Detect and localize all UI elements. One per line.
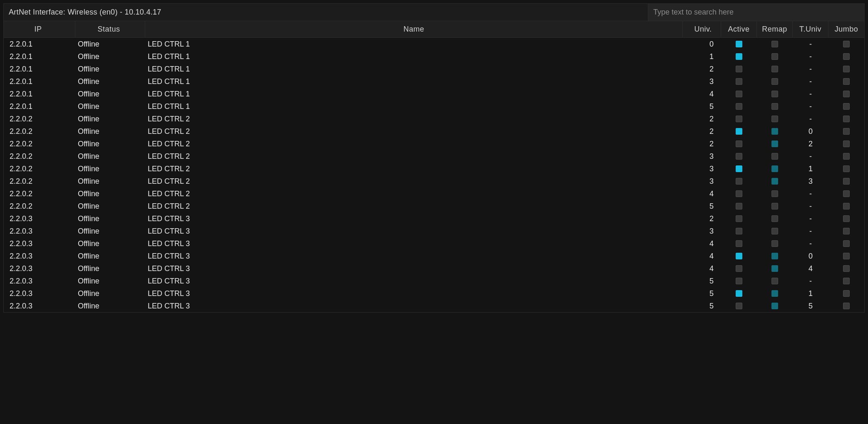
active-checkbox[interactable] — [736, 253, 742, 259]
jumbo-checkbox[interactable] — [843, 141, 850, 147]
remap-checkbox[interactable] — [771, 78, 778, 85]
jumbo-checkbox[interactable] — [843, 153, 850, 160]
remap-checkbox[interactable] — [771, 103, 778, 110]
remap-checkbox[interactable] — [771, 153, 778, 160]
jumbo-checkbox[interactable] — [843, 203, 850, 210]
jumbo-checkbox[interactable] — [843, 53, 850, 60]
remap-checkbox[interactable] — [771, 178, 778, 185]
jumbo-checkbox[interactable] — [843, 290, 850, 297]
jumbo-checkbox[interactable] — [843, 78, 850, 85]
table-row[interactable]: 2.2.0.3OfflineLED CTRL 33- — [4, 225, 864, 237]
jumbo-checkbox[interactable] — [843, 116, 850, 122]
active-checkbox[interactable] — [736, 128, 742, 135]
remap-checkbox[interactable] — [771, 265, 778, 272]
jumbo-checkbox[interactable] — [843, 303, 850, 309]
remap-checkbox[interactable] — [771, 228, 778, 234]
active-checkbox[interactable] — [736, 190, 742, 197]
active-checkbox[interactable] — [736, 278, 742, 284]
jumbo-checkbox[interactable] — [843, 190, 850, 197]
active-checkbox[interactable] — [736, 141, 742, 147]
active-checkbox[interactable] — [736, 78, 742, 85]
table-row[interactable]: 2.2.0.1OfflineLED CTRL 14- — [4, 88, 864, 100]
remap-checkbox[interactable] — [771, 116, 778, 122]
active-checkbox[interactable] — [736, 91, 742, 97]
remap-checkbox[interactable] — [771, 128, 778, 135]
remap-checkbox[interactable] — [771, 190, 778, 197]
table-row[interactable]: 2.2.0.2OfflineLED CTRL 220 — [4, 125, 864, 138]
remap-checkbox[interactable] — [771, 165, 778, 172]
cell-status: Offline — [75, 38, 145, 50]
remap-checkbox[interactable] — [771, 203, 778, 210]
jumbo-checkbox[interactable] — [843, 178, 850, 185]
table-row[interactable]: 2.2.0.1OfflineLED CTRL 15- — [4, 100, 864, 113]
active-checkbox[interactable] — [736, 240, 742, 247]
jumbo-checkbox[interactable] — [843, 103, 850, 110]
jumbo-checkbox[interactable] — [843, 228, 850, 234]
remap-checkbox[interactable] — [771, 53, 778, 60]
remap-checkbox[interactable] — [771, 278, 778, 284]
active-checkbox[interactable] — [736, 153, 742, 160]
col-status[interactable]: Status — [75, 21, 145, 37]
remap-checkbox[interactable] — [771, 66, 778, 72]
active-checkbox[interactable] — [736, 116, 742, 122]
active-checkbox[interactable] — [736, 53, 742, 60]
table-row[interactable]: 2.2.0.2OfflineLED CTRL 22- — [4, 113, 864, 125]
jumbo-checkbox[interactable] — [843, 215, 850, 222]
jumbo-checkbox[interactable] — [843, 240, 850, 247]
remap-checkbox[interactable] — [771, 41, 778, 47]
table-row[interactable]: 2.2.0.3OfflineLED CTRL 32- — [4, 212, 864, 225]
table-row[interactable]: 2.2.0.3OfflineLED CTRL 35- — [4, 275, 864, 287]
col-name[interactable]: Name — [145, 21, 683, 37]
jumbo-checkbox[interactable] — [843, 278, 850, 284]
remap-checkbox[interactable] — [771, 253, 778, 259]
jumbo-checkbox[interactable] — [843, 128, 850, 135]
table-row[interactable]: 2.2.0.3OfflineLED CTRL 340 — [4, 250, 864, 262]
active-checkbox[interactable] — [736, 203, 742, 210]
cell-ip: 2.2.0.2 — [4, 187, 75, 200]
table-row[interactable]: 2.2.0.3OfflineLED CTRL 34- — [4, 237, 864, 250]
table-row[interactable]: 2.2.0.2OfflineLED CTRL 24- — [4, 187, 864, 200]
table-row[interactable]: 2.2.0.2OfflineLED CTRL 231 — [4, 163, 864, 175]
table-row[interactable]: 2.2.0.1OfflineLED CTRL 11- — [4, 50, 864, 63]
table-row[interactable]: 2.2.0.2OfflineLED CTRL 23- — [4, 150, 864, 163]
remap-checkbox[interactable] — [771, 215, 778, 222]
table-row[interactable]: 2.2.0.3OfflineLED CTRL 344 — [4, 262, 864, 275]
remap-checkbox[interactable] — [771, 240, 778, 247]
table-row[interactable]: 2.2.0.2OfflineLED CTRL 222 — [4, 138, 864, 150]
jumbo-checkbox[interactable] — [843, 66, 850, 72]
jumbo-checkbox[interactable] — [843, 165, 850, 172]
table-row[interactable]: 2.2.0.3OfflineLED CTRL 355 — [4, 300, 864, 312]
col-univ[interactable]: Univ. — [683, 21, 721, 37]
col-tuniv[interactable]: T.Univ — [793, 21, 828, 37]
active-checkbox[interactable] — [736, 165, 742, 172]
table-row[interactable]: 2.2.0.1OfflineLED CTRL 13- — [4, 75, 864, 88]
cell-status: Offline — [75, 138, 145, 150]
table-row[interactable]: 2.2.0.2OfflineLED CTRL 233 — [4, 175, 864, 187]
active-checkbox[interactable] — [736, 290, 742, 297]
remap-checkbox[interactable] — [771, 91, 778, 97]
col-remap[interactable]: Remap — [757, 21, 793, 37]
remap-checkbox[interactable] — [771, 303, 778, 309]
jumbo-checkbox[interactable] — [843, 253, 850, 259]
active-checkbox[interactable] — [736, 41, 742, 47]
jumbo-checkbox[interactable] — [843, 91, 850, 97]
active-checkbox[interactable] — [736, 228, 742, 234]
active-checkbox[interactable] — [736, 215, 742, 222]
jumbo-checkbox[interactable] — [843, 265, 850, 272]
table-row[interactable]: 2.2.0.1OfflineLED CTRL 12- — [4, 63, 864, 75]
remap-checkbox[interactable] — [771, 141, 778, 147]
active-checkbox[interactable] — [736, 103, 742, 110]
active-checkbox[interactable] — [736, 66, 742, 72]
search-input[interactable] — [648, 4, 864, 21]
active-checkbox[interactable] — [736, 303, 742, 309]
jumbo-checkbox[interactable] — [843, 41, 850, 47]
table-row[interactable]: 2.2.0.3OfflineLED CTRL 351 — [4, 287, 864, 300]
col-active[interactable]: Active — [721, 21, 757, 37]
active-checkbox[interactable] — [736, 178, 742, 185]
table-row[interactable]: 2.2.0.1OfflineLED CTRL 10- — [4, 38, 864, 50]
table-row[interactable]: 2.2.0.2OfflineLED CTRL 25- — [4, 200, 864, 212]
col-jumbo[interactable]: Jumbo — [828, 21, 864, 37]
remap-checkbox[interactable] — [771, 290, 778, 297]
col-ip[interactable]: IP — [4, 21, 75, 37]
active-checkbox[interactable] — [736, 265, 742, 272]
